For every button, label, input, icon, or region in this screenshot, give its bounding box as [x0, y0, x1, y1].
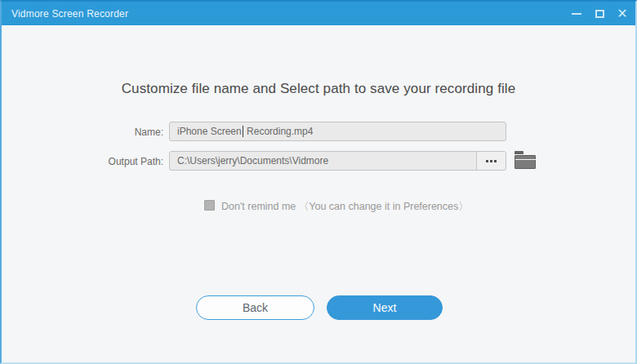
text-caret — [243, 126, 243, 137]
titlebar: Vidmore Screen Recorder ✕ — [2, 2, 635, 25]
dont-remind-label[interactable]: Don't remind me 〈You can change it in Pr… — [221, 200, 469, 214]
app-window: Vidmore Screen Recorder ✕ Customize file… — [0, 0, 637, 364]
next-button[interactable]: Next — [327, 295, 443, 320]
dont-remind-checkbox[interactable] — [204, 200, 215, 211]
close-icon: ✕ — [617, 7, 627, 20]
file-name-value: iPhone Screen Recording.mp4 — [170, 126, 313, 138]
minimize-button[interactable] — [570, 7, 583, 20]
output-path-value: C:\Users\jerry\Documents\Vidmore — [170, 155, 328, 166]
output-path-label: Output Path: — [34, 156, 163, 167]
minimize-icon — [572, 13, 581, 15]
page-title: Customize file name and Select path to s… — [2, 81, 635, 97]
window-title: Vidmore Screen Recorder — [11, 8, 128, 20]
back-button[interactable]: Back — [196, 295, 314, 320]
open-folder-button[interactable] — [514, 151, 536, 169]
name-field-label: Name: — [34, 127, 163, 138]
maximize-icon — [595, 10, 604, 18]
file-name-input[interactable]: iPhone Screen Recording.mp4 — [169, 122, 506, 141]
browse-path-button[interactable] — [476, 152, 506, 170]
ellipsis-dots-icon — [486, 160, 488, 162]
open-folder-icon — [514, 151, 523, 154]
maximize-button[interactable] — [593, 7, 606, 20]
window-controls: ✕ — [570, 2, 629, 25]
close-button[interactable]: ✕ — [616, 7, 629, 20]
output-path-input[interactable]: C:\Users\jerry\Documents\Vidmore — [169, 151, 506, 171]
